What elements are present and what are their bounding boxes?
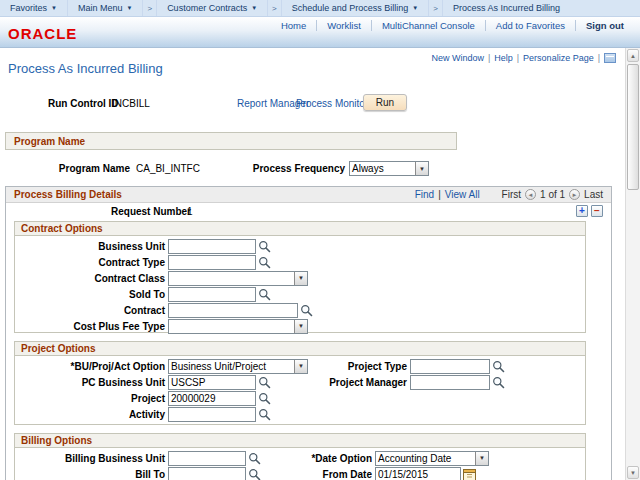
breadcrumb-customer-contracts[interactable]: Customer Contracts ▼ — [157, 0, 268, 16]
field-pc-business-unit: PC Business Unit Project Manager — [15, 374, 585, 390]
request-number-value: 1 — [187, 206, 193, 217]
breadcrumb-current-label: Process As Incurred Billing — [453, 3, 560, 13]
program-name-row: Program Name CA_BI_INTFC Process Frequen… — [0, 161, 620, 177]
application-window: Favorites ▼ Main Menu ▼ > Customer Contr… — [0, 0, 640, 480]
business-unit-input[interactable] — [168, 239, 256, 254]
breadcrumb-current-page: Process As Incurred Billing — [443, 0, 570, 16]
breadcrumb-customer-contracts-label: Customer Contracts — [167, 3, 247, 13]
project-manager-input[interactable] — [410, 375, 490, 390]
field-project: Project — [15, 390, 585, 406]
field-contract-class: Contract Class ▼ — [15, 270, 585, 286]
first-label[interactable]: First — [502, 189, 521, 200]
find-link[interactable]: Find — [415, 189, 434, 200]
activity-input[interactable] — [168, 407, 256, 422]
breadcrumb-main-menu[interactable]: Main Menu ▼ — [68, 0, 143, 16]
activity-lookup-button[interactable] — [258, 408, 271, 421]
contract-type-input[interactable] — [168, 255, 256, 270]
last-label[interactable]: Last — [584, 189, 603, 200]
contract-type-label: Contract Type — [15, 257, 168, 268]
contract-class-label: Contract Class — [15, 273, 168, 284]
cost-plus-fee-type-label: Cost Plus Fee Type — [15, 321, 168, 332]
bu-proj-act-option-label: *BU/Proj/Act Option — [15, 361, 168, 372]
magnifier-icon — [258, 256, 271, 269]
delete-row-button[interactable]: − — [591, 205, 603, 217]
contract-lookup-button[interactable] — [300, 304, 313, 317]
sign-out-link[interactable]: Sign out — [576, 20, 634, 31]
process-frequency-label: Process Frequency — [220, 163, 345, 174]
add-row-button[interactable]: + — [576, 205, 588, 217]
project-type-lookup-button[interactable] — [492, 360, 505, 373]
project-options-header: Project Options — [15, 342, 585, 356]
breadcrumb-separator-icon: > — [268, 0, 282, 16]
magnifier-icon — [492, 376, 505, 389]
view-all-link[interactable]: View All — [445, 189, 480, 200]
bu-proj-act-option-value: Business Unit/Project — [169, 360, 294, 373]
personalize-layout-icon[interactable] — [604, 53, 616, 63]
pc-business-unit-lookup-button[interactable] — [258, 376, 271, 389]
pc-business-unit-input[interactable] — [168, 375, 256, 390]
home-link[interactable]: Home — [271, 20, 317, 31]
field-cost-plus-fee-type: Cost Plus Fee Type ▼ — [15, 318, 585, 334]
from-date-calendar-button[interactable] — [463, 468, 476, 480]
previous-row-button[interactable]: ◄ — [525, 189, 536, 200]
scroll-down-icon: ▼ — [630, 470, 636, 476]
business-unit-lookup-button[interactable] — [258, 240, 271, 253]
from-date-input[interactable] — [375, 467, 461, 480]
billing-business-unit-lookup-button[interactable] — [248, 452, 261, 465]
process-frequency-select[interactable]: Always ▼ — [349, 161, 429, 176]
program-name-value: CA_BI_INTFC — [136, 163, 200, 174]
dropdown-arrow-icon: ▼ — [415, 162, 428, 175]
contract-input[interactable] — [168, 303, 298, 318]
bill-to-input[interactable] — [168, 467, 246, 480]
breadcrumb: Favorites ▼ Main Menu ▼ > Customer Contr… — [0, 0, 640, 17]
billing-options-groupbox: Billing Options Billing Business Unit *D… — [14, 433, 586, 480]
help-link[interactable]: Help — [494, 53, 513, 63]
process-monitor-link[interactable]: Process Monitor — [296, 98, 368, 109]
breadcrumb-favorites[interactable]: Favorites ▼ — [0, 0, 68, 16]
magnifier-icon — [258, 240, 271, 253]
program-name-label: Program Name — [0, 163, 130, 174]
date-option-select[interactable]: Accounting Date ▼ — [375, 451, 489, 466]
project-type-input[interactable] — [410, 359, 490, 374]
date-option-value: Accounting Date — [376, 452, 475, 465]
bu-proj-act-option-select[interactable]: Business Unit/Project ▼ — [168, 359, 308, 374]
new-window-link[interactable]: New Window — [431, 53, 484, 63]
contract-type-lookup-button[interactable] — [258, 256, 271, 269]
breadcrumb-schedule-process-billing[interactable]: Schedule and Process Billing ▼ — [282, 0, 430, 16]
calendar-icon — [463, 468, 476, 480]
sold-to-label: Sold To — [15, 289, 168, 300]
personalize-page-link[interactable]: Personalize Page — [523, 53, 594, 63]
page-title: Process As Incurred Billing — [8, 61, 163, 76]
nav-separator: | — [438, 189, 441, 200]
run-control-row: Run Control ID INCBILL Report Manager Pr… — [0, 94, 620, 114]
project-input[interactable] — [168, 391, 256, 406]
magnifier-icon — [492, 360, 505, 373]
multichannel-console-link[interactable]: MultiChannel Console — [372, 20, 486, 31]
next-row-button[interactable]: ► — [569, 189, 580, 200]
bill-to-lookup-button[interactable] — [248, 468, 261, 480]
run-button[interactable]: Run — [363, 94, 407, 111]
project-label: Project — [15, 393, 168, 404]
sold-to-input[interactable] — [168, 287, 256, 302]
contract-options-groupbox: Contract Options Business Unit Contract … — [14, 221, 586, 333]
process-billing-details-header: Process Billing Details Find | View All … — [6, 187, 611, 203]
vertical-scrollbar[interactable]: ▲ ▼ — [625, 48, 640, 480]
billing-business-unit-label: Billing Business Unit — [15, 453, 168, 464]
project-manager-label: Project Manager — [305, 377, 410, 388]
scrollbar-thumb[interactable] — [627, 64, 639, 190]
worklist-link[interactable]: Worklist — [317, 20, 372, 31]
cost-plus-fee-type-select[interactable]: ▼ — [168, 319, 308, 334]
project-manager-lookup-button[interactable] — [492, 376, 505, 389]
sold-to-lookup-button[interactable] — [258, 288, 271, 301]
date-option-label: *Date Option — [265, 453, 375, 464]
scroll-up-button[interactable]: ▲ — [627, 49, 639, 62]
request-number-label: Request Number — [111, 206, 191, 217]
scroll-down-button[interactable]: ▼ — [627, 466, 639, 479]
from-date-label: From Date — [265, 469, 375, 480]
project-lookup-button[interactable] — [258, 392, 271, 405]
grid-navigation: Find | View All First ◄ 1 of 1 ► Last — [415, 189, 603, 200]
add-to-favorites-link[interactable]: Add to Favorites — [486, 20, 576, 31]
contract-class-select[interactable]: ▼ — [168, 271, 308, 286]
magnifier-icon — [248, 452, 261, 465]
billing-business-unit-input[interactable] — [168, 451, 246, 466]
